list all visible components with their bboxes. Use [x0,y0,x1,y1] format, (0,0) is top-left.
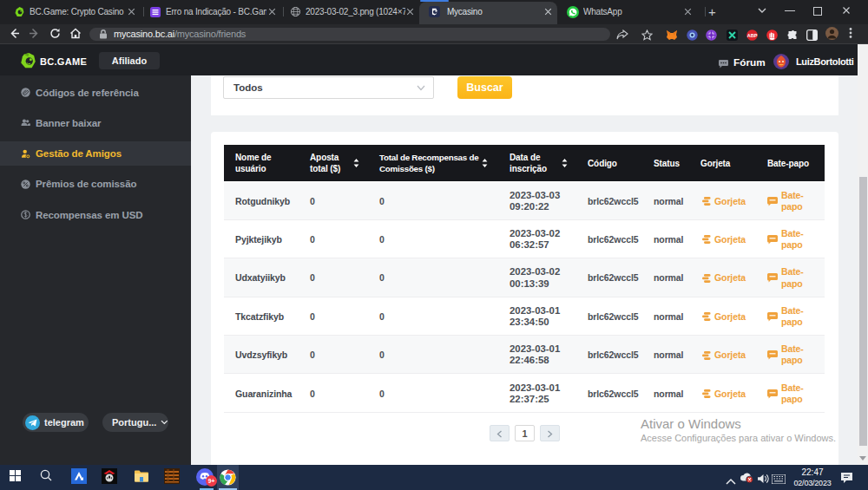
svg-text:ABP: ABP [747,33,758,38]
svg-text:9+: 9+ [208,478,215,484]
